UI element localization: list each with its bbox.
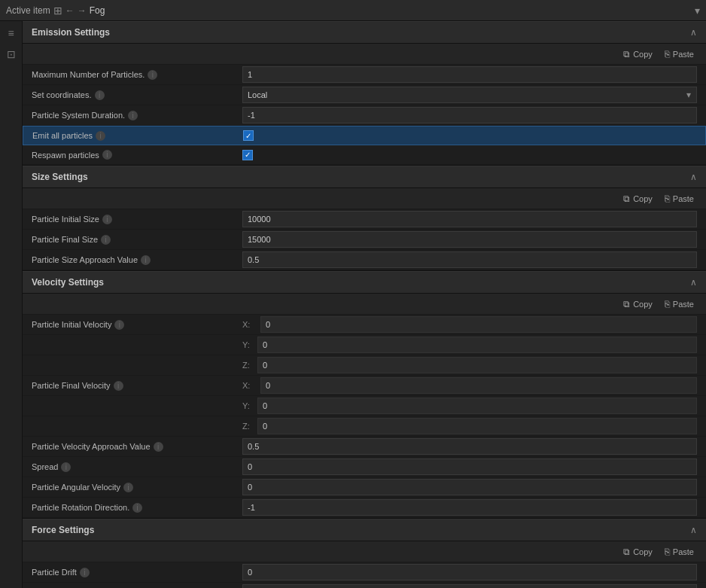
- velocity-chevron-icon: ∧: [690, 277, 697, 288]
- main-panel: Emission Settings ∧ ⧉ Copy ⎘ Paste Maxim…: [23, 21, 706, 588]
- max-particles-row: Maximum Number of Particles. i: [23, 65, 706, 85]
- respawn-checkbox[interactable]: ✓: [242, 150, 253, 160]
- item-name: Fog: [90, 5, 105, 16]
- respawn-value: ✓: [242, 150, 697, 160]
- initial-vel-y-label: Y:: [242, 340, 257, 349]
- particle-final-velocity-z-row: Z:: [23, 416, 706, 437]
- force-section-header[interactable]: Force Settings ∧: [23, 519, 706, 541]
- emit-all-checkbox[interactable]: ✓: [243, 130, 254, 141]
- rotation-direction-input[interactable]: [242, 499, 697, 516]
- respawn-row: Respawn particles i ✓: [23, 145, 706, 165]
- particle-initial-size-row: Particle Initial Size i: [23, 209, 706, 230]
- angular-velocity-label: Particle Angular Velocity i: [32, 483, 242, 492]
- velocity-section-header[interactable]: Velocity Settings ∧: [23, 271, 706, 294]
- angular-velocity-row: Particle Angular Velocity i: [23, 477, 706, 498]
- particle-size-approach-row: Particle Size Approach Value i: [23, 250, 706, 270]
- respawn-info-icon: i: [102, 150, 112, 160]
- size-paste-button[interactable]: ⎘ Paste: [662, 192, 697, 206]
- particle-final-size-info-icon: i: [101, 235, 111, 245]
- emit-all-check-icon: ✓: [245, 132, 251, 140]
- spread-row: Spread i: [23, 457, 706, 477]
- particle-drift-input[interactable]: [242, 564, 697, 580]
- particle-initial-velocity-info-icon: i: [114, 320, 124, 330]
- force-chevron-icon: ∧: [690, 525, 697, 535]
- particle-size-approach-label: Particle Size Approach Value i: [32, 255, 242, 265]
- size-copy-button[interactable]: ⧉ Copy: [620, 192, 656, 206]
- angular-velocity-info-icon: i: [123, 483, 133, 492]
- final-vel-z-input[interactable]: [257, 418, 697, 434]
- velocity-copy-button[interactable]: ⧉ Copy: [620, 297, 656, 311]
- sidebar-panel-icon[interactable]: ⊡: [5, 47, 17, 62]
- spread-input[interactable]: [242, 459, 697, 475]
- particle-size-approach-input[interactable]: [242, 251, 697, 268]
- active-item-label: Active item: [6, 5, 50, 16]
- nav-arrows[interactable]: ←: [65, 5, 75, 16]
- particle-initial-size-info-icon: i: [102, 215, 112, 224]
- max-particles-label: Maximum Number of Particles. i: [32, 70, 242, 80]
- emission-section-header[interactable]: Emission Settings ∧: [23, 21, 706, 44]
- set-coordinates-info-icon: i: [95, 90, 105, 100]
- velocity-copy-icon: ⧉: [623, 299, 630, 309]
- set-coordinates-label: Set coordinates. i: [32, 90, 242, 100]
- topbar-dropdown-icon[interactable]: ▾: [695, 5, 700, 17]
- particle-final-size-input[interactable]: [242, 231, 697, 248]
- final-vel-x-label: X:: [242, 381, 257, 390]
- emission-paste-button[interactable]: ⎘ Paste: [662, 47, 697, 61]
- copy-icon: ⧉: [623, 49, 630, 59]
- size-section-header[interactable]: Size Settings ∧: [23, 166, 706, 188]
- particle-size-approach-info-icon: i: [141, 255, 151, 265]
- particle-initial-size-input[interactable]: [242, 211, 697, 227]
- rotation-direction-row: Particle Rotation Direction. i: [23, 498, 706, 518]
- angular-velocity-input[interactable]: [242, 479, 697, 495]
- size-copy-paste-bar: ⧉ Copy ⎘ Paste: [23, 188, 706, 209]
- emit-all-info-icon: i: [96, 131, 105, 141]
- emit-all-row: Emit all particles i ✓: [23, 126, 706, 145]
- force-copy-paste-bar: ⧉ Copy ⎘ Paste: [23, 541, 706, 562]
- emission-title: Emission Settings: [32, 27, 690, 38]
- particle-initial-velocity-z-row: Z:: [23, 355, 706, 376]
- particle-final-velocity-label: Particle Final Velocity i: [32, 381, 242, 391]
- final-vel-y-input[interactable]: [257, 398, 697, 414]
- final-vel-x-input[interactable]: [260, 377, 697, 394]
- force-paste-button[interactable]: ⎘ Paste: [662, 545, 697, 559]
- item-icon: ⊞: [53, 5, 62, 17]
- set-coordinates-select[interactable]: Local World: [242, 87, 697, 103]
- velocity-title: Velocity Settings: [32, 277, 690, 288]
- top-bar: Active item ⊞ ← → Fog ▾: [0, 0, 706, 21]
- velocity-paste-button[interactable]: ⎘ Paste: [662, 297, 697, 311]
- sidebar: ≡ ⊡: [0, 21, 23, 588]
- force-paste-icon: ⎘: [665, 547, 670, 557]
- velocity-approach-input[interactable]: [242, 438, 697, 455]
- particle-initial-velocity-label: Particle Initial Velocity i: [32, 320, 242, 330]
- velocity-approach-label: Particle Velocity Approach Value i: [32, 442, 242, 452]
- force-section: Force Settings ∧ ⧉ Copy ⎘ Paste Particle…: [23, 519, 706, 588]
- initial-vel-z-input[interactable]: [257, 357, 697, 373]
- force-copy-icon: ⧉: [623, 547, 630, 557]
- particle-gravity-input[interactable]: [242, 584, 697, 588]
- particle-final-velocity-x-row: Particle Final Velocity i X:: [23, 376, 706, 396]
- paste-icon: ⎘: [665, 49, 670, 59]
- size-section: Size Settings ∧ ⧉ Copy ⎘ Paste Particle …: [23, 166, 706, 271]
- system-duration-input[interactable]: [242, 107, 697, 123]
- sidebar-menu-icon[interactable]: ≡: [6, 26, 15, 41]
- max-particles-input[interactable]: [242, 66, 697, 83]
- final-vel-z-label: Z:: [242, 422, 257, 431]
- velocity-copy-paste-bar: ⧉ Copy ⎘ Paste: [23, 294, 706, 315]
- rotation-direction-label: Particle Rotation Direction. i: [32, 503, 242, 513]
- force-title: Force Settings: [32, 525, 690, 535]
- particle-final-velocity-info-icon: i: [114, 381, 123, 391]
- force-copy-button[interactable]: ⧉ Copy: [620, 545, 656, 559]
- emission-section: Emission Settings ∧ ⧉ Copy ⎘ Paste Maxim…: [23, 21, 706, 166]
- initial-vel-y-input[interactable]: [257, 337, 697, 353]
- spread-info-icon: i: [61, 462, 71, 472]
- emission-copy-button[interactable]: ⧉ Copy: [620, 47, 656, 61]
- set-coordinates-row: Set coordinates. i Local World: [23, 85, 706, 105]
- velocity-approach-row: Particle Velocity Approach Value i: [23, 437, 706, 457]
- respawn-check-icon: ✓: [245, 151, 251, 159]
- particle-drift-label: Particle Drift i: [32, 568, 242, 577]
- emit-all-value: ✓: [243, 130, 696, 141]
- particle-final-size-row: Particle Final Size i: [23, 230, 706, 250]
- initial-vel-x-input[interactable]: [260, 316, 697, 333]
- velocity-section: Velocity Settings ∧ ⧉ Copy ⎘ Paste Parti…: [23, 271, 706, 519]
- nav-arrow-right[interactable]: →: [78, 5, 87, 16]
